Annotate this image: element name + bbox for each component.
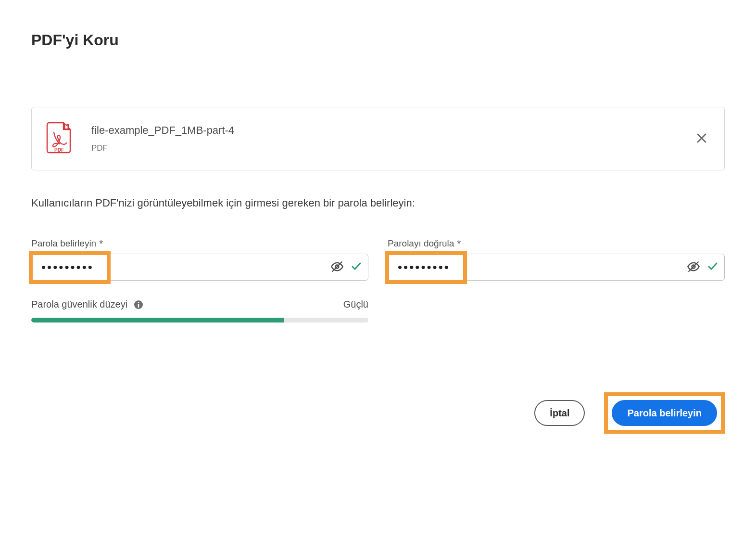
confirm-password-label: Parolayı doğrula * bbox=[388, 238, 725, 249]
cancel-button[interactable]: İptal bbox=[534, 400, 585, 426]
file-info: file-example_PDF_1MB-part-4 PDF bbox=[91, 124, 674, 153]
set-password-label: Parola belirleyin * bbox=[31, 238, 368, 249]
svg-text:PDF: PDF bbox=[54, 147, 64, 153]
toggle-password-visibility-button[interactable] bbox=[328, 258, 346, 277]
confirm-password-field: Parolayı doğrula * bbox=[388, 238, 725, 323]
required-mark: * bbox=[457, 239, 461, 248]
confirm-password-input[interactable] bbox=[397, 259, 685, 275]
eye-off-icon bbox=[330, 260, 344, 275]
check-icon bbox=[707, 260, 718, 274]
strength-label: Parola güvenlik düzeyi bbox=[31, 299, 127, 310]
svg-rect-6 bbox=[138, 304, 139, 308]
strength-level: Güçlü bbox=[343, 299, 368, 310]
svg-point-5 bbox=[138, 302, 139, 303]
file-type: PDF bbox=[91, 143, 674, 153]
strength-fill bbox=[31, 318, 284, 323]
submit-button[interactable]: Parola belirleyin bbox=[612, 400, 717, 426]
page-title: PDF'yi Koru bbox=[31, 31, 725, 49]
set-password-field: Parola belirleyin * Parola güvenlik düze… bbox=[31, 238, 368, 323]
svg-rect-1 bbox=[65, 126, 68, 129]
footer-actions: İptal Parola belirleyin bbox=[534, 392, 725, 434]
info-icon[interactable] bbox=[133, 299, 144, 310]
file-card: PDF file-example_PDF_1MB-part-4 PDF bbox=[31, 107, 725, 170]
file-name: file-example_PDF_1MB-part-4 bbox=[91, 124, 674, 137]
toggle-password-visibility-button[interactable] bbox=[685, 258, 702, 277]
required-mark: * bbox=[99, 239, 103, 248]
highlight-box: Parola belirleyin bbox=[604, 392, 725, 434]
pdf-file-icon: PDF bbox=[46, 122, 72, 155]
check-icon bbox=[351, 260, 362, 274]
set-password-input[interactable] bbox=[40, 259, 328, 275]
remove-file-button[interactable] bbox=[693, 130, 710, 147]
instruction-text: Kullanıcıların PDF'nizi görüntüleyebilme… bbox=[31, 197, 725, 209]
close-icon bbox=[696, 133, 707, 145]
eye-off-icon bbox=[687, 260, 700, 275]
strength-bar bbox=[31, 318, 368, 323]
